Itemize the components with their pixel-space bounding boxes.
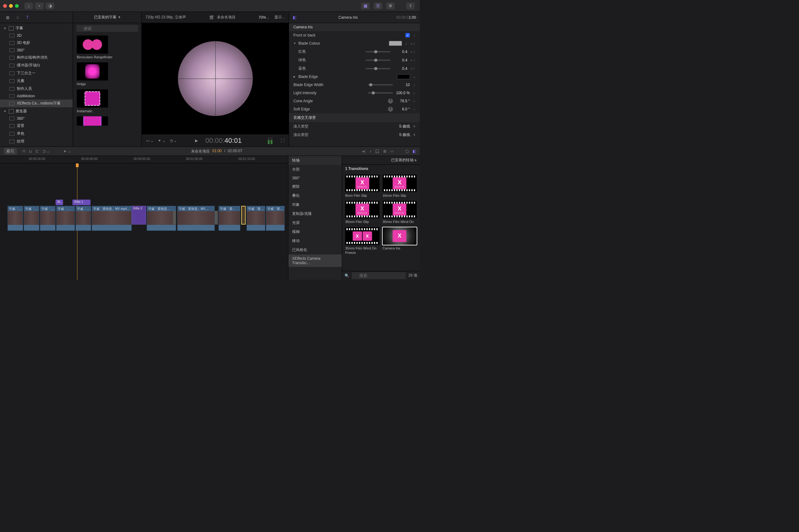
video-clip[interactable]: 宇威「… — [7, 206, 23, 231]
sidebar-item-bumper[interactable]: 缓冲器/开场白 — [0, 61, 73, 69]
sidebar-item-360[interactable]: 360° — [0, 47, 73, 54]
transition-item[interactable]: XEFFECTS35mm Film Slip — [345, 201, 380, 224]
keyword-button[interactable]: ⌁ — [35, 2, 44, 10]
transition-item[interactable]: XEFFECTS8mm Film Slip — [345, 175, 380, 198]
trans-cat-all[interactable]: 全部 — [288, 165, 342, 174]
sidebar-item-3d[interactable]: 3D — [0, 32, 73, 39]
browser-view-grid-button[interactable]: ▦ — [361, 2, 370, 10]
share-button[interactable]: ⇧ — [406, 2, 415, 10]
trans-cat-dissolve[interactable]: 叠化 — [288, 191, 342, 200]
trans-cat-move[interactable]: 移动 — [288, 236, 342, 245]
solo-button[interactable]: 🎧 — [375, 149, 380, 153]
connect-clip-button[interactable]: ⊓ — [22, 149, 25, 153]
sidebar-item-gen-solid[interactable]: 单色 — [0, 130, 73, 137]
transitions-search-input[interactable] — [352, 272, 406, 279]
transform-tool-button[interactable]: ✦ ⌄ — [158, 138, 165, 143]
timeline-index-button[interactable]: 索引 — [4, 148, 17, 155]
transitions-browser-button[interactable]: ◧ — [413, 149, 416, 153]
video-clip[interactable]: 宇威「爱… — [266, 206, 285, 231]
sidebar-item-addmotion[interactable]: AddMotion — [0, 93, 73, 99]
sidebar-item-credits[interactable]: 制作人员 — [0, 85, 73, 93]
transition-clip-selected[interactable] — [241, 206, 246, 225]
blade-edge-width-slider[interactable] — [368, 84, 393, 86]
viewer-canvas[interactable] — [142, 23, 289, 134]
timeline[interactable]: 00:00:30:00 00:00:40:00 00:00:50:00 00:0… — [0, 156, 288, 280]
trans-cat-light[interactable]: 光源 — [288, 218, 342, 227]
skimming-button[interactable]: ▸| — [363, 149, 365, 153]
retime-button[interactable]: ◷ ⌄ — [170, 138, 177, 143]
timeline-tracks[interactable]: Bi… Rifle 1 宇威「…宇威「…宇威「…宇威「…宇威「…宇威「爱就是」M… — [0, 164, 288, 280]
browser-item-partial[interactable] — [77, 116, 138, 126]
keyframe-controls[interactable]: ◂ ◇ — [411, 50, 415, 53]
trans-cat-wipe[interactable]: 擦除 — [288, 182, 342, 191]
video-clip[interactable]: 宇威「爱就是」MV… — [177, 206, 215, 231]
disclosure-triangle-icon[interactable]: ▼ — [3, 27, 7, 30]
blade-colour-swatch[interactable] — [389, 41, 402, 46]
soft-edge-dial[interactable] — [388, 107, 393, 112]
browser-search-input[interactable] — [76, 25, 138, 32]
green-slider[interactable] — [365, 60, 391, 61]
video-clip[interactable]: 宇威「爱就是… — [147, 206, 176, 231]
keyframe-controls[interactable]: ◇ — [413, 83, 415, 87]
clip-appearance-button[interactable]: ▭ — [390, 149, 394, 153]
select-tool-button[interactable]: ➤ ⌄ — [63, 149, 71, 153]
sidebar-group-generators[interactable]: ▼ 发生器 — [0, 107, 73, 115]
transition-clip[interactable]: Rifle 3 — [132, 206, 146, 225]
library-tab-audio-icon[interactable]: ♫ — [14, 14, 21, 21]
disclosure-triangle-icon[interactable]: ▼ — [3, 110, 7, 113]
sidebar-item-gen-bg[interactable]: 背景 — [0, 122, 73, 130]
sidebar-item-build[interactable]: 构件出现/构件消失 — [0, 54, 73, 61]
video-clip[interactable]: 宇威「… — [40, 206, 56, 231]
zoom-window-button[interactable] — [15, 4, 19, 8]
trans-cat-xeffects[interactable]: XEffects Camera Transitio… — [288, 254, 342, 267]
light-intensity-slider[interactable] — [368, 92, 393, 94]
append-clip-button[interactable]: ⊏ — [36, 149, 39, 153]
audio-skimming-button[interactable]: ♪ — [369, 149, 371, 153]
overwrite-clip-button[interactable]: ⊐ ⌄ — [42, 149, 50, 153]
library-tab-clips-icon[interactable]: ▦ — [4, 14, 11, 21]
view-options-button[interactable]: ▭ ⌄ — [146, 138, 153, 143]
import-button[interactable]: ↓ — [24, 2, 33, 10]
insert-clip-button[interactable]: ⊔ — [29, 149, 32, 153]
transition-item[interactable]: XEFFECTS35mm Film Wind On — [383, 201, 417, 224]
keyframe-controls[interactable]: ◇ — [413, 108, 415, 111]
minimize-window-button[interactable] — [9, 4, 13, 8]
transition-item[interactable]: XCamera Iris — [383, 227, 417, 255]
sidebar-item-xeffects-titles[interactable]: XEffects Ca…nsitions字幕 — [0, 99, 73, 107]
trans-cat-360[interactable]: 360° — [288, 174, 342, 182]
keyframe-controls[interactable]: ◇ — [413, 99, 415, 103]
transition-inspector-icon[interactable]: ◧ — [293, 15, 296, 20]
library-tab-titles-icon[interactable]: T — [24, 14, 31, 21]
background-tasks-button[interactable]: ◑ — [46, 2, 54, 10]
viewer-zoom-dropdown[interactable]: 70% ⌄ — [258, 15, 269, 20]
effects-browser-button[interactable]: ▢ — [405, 149, 409, 153]
browser-view-list-button[interactable]: ☰ — [374, 2, 382, 10]
fullscreen-button[interactable]: ⛶ — [280, 138, 284, 143]
viewer-timecode[interactable]: 00:00:40:01 — [205, 137, 241, 145]
keyframe-controls[interactable]: ◇ — [413, 34, 415, 37]
browser-item-binoculars[interactable]: Binoculars Rangefinder — [77, 36, 138, 59]
transition-item[interactable]: XX35mm Film Wind On Freeze — [345, 227, 380, 255]
trans-cat-object[interactable]: 对象 — [288, 200, 342, 209]
video-clip[interactable]: 宇威「爱… — [218, 206, 240, 231]
sidebar-item-3d-movie[interactable]: 3D 电影 — [0, 39, 73, 47]
trans-cat-stylized[interactable]: 已风格化 — [288, 245, 342, 254]
title-clip[interactable]: Rifle 1 — [72, 200, 91, 205]
disclosure-triangle-icon[interactable]: ▼ — [293, 42, 296, 45]
keyframe-controls[interactable]: ◇ — [413, 91, 415, 95]
front-or-back-checkbox[interactable]: ✓ — [405, 33, 410, 37]
gap-clip[interactable] — [215, 211, 218, 225]
video-clip[interactable]: 宇威「爱… — [247, 206, 265, 231]
transition-item[interactable]: XEFFECTS16mm Film Slip — [383, 175, 417, 198]
fade-out-dropdown[interactable]: S 曲线⇅ — [399, 132, 415, 137]
browser-dropdown[interactable]: 已安装的字幕 ⇅ — [94, 15, 121, 20]
title-clip[interactable]: Bi… — [56, 200, 63, 205]
sidebar-item-elements[interactable]: 元素 — [0, 77, 73, 85]
trans-cat-blur[interactable]: 模糊 — [288, 227, 342, 236]
video-clip[interactable]: 宇威「… — [75, 206, 91, 231]
cone-angle-dial[interactable] — [388, 98, 393, 103]
video-clip[interactable]: 宇威「… — [56, 206, 75, 231]
red-slider[interactable] — [365, 51, 391, 52]
dropdown-arrow-icon[interactable]: ⌄ — [413, 75, 415, 78]
inspector-toggle-button[interactable]: ⚙ — [386, 2, 395, 10]
